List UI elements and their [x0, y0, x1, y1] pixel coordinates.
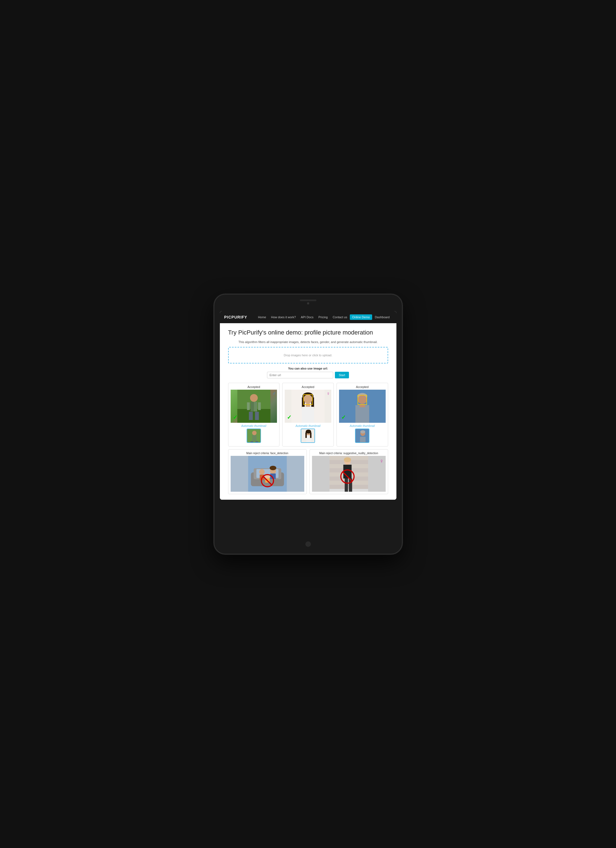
svg-point-44	[259, 469, 264, 474]
svg-rect-33	[355, 405, 369, 423]
svg-rect-12	[251, 441, 253, 443]
start-button[interactable]: Start	[335, 372, 349, 378]
screen: PICPURIFY Home How does it work? API Doc…	[220, 311, 396, 500]
result-status-2: Accepted	[285, 385, 331, 388]
svg-point-63	[344, 457, 351, 462]
reject-image-2: ♀	[312, 456, 386, 492]
page-subtitle: This algorithm filters all inappropriate…	[228, 340, 388, 344]
thumbnail-preview-1	[246, 428, 261, 443]
url-input-row: Start	[228, 372, 388, 378]
thumbnail-preview-3	[355, 428, 370, 443]
svg-point-2	[250, 394, 258, 402]
upload-zone-text: Drop images here or click to upload.	[284, 354, 332, 357]
gender-badge-3: ✓	[381, 391, 384, 395]
thumbnail-label-2: Automatic thumbnail	[285, 424, 331, 427]
reject-card-1: Main reject criteria: face_detection	[228, 449, 307, 494]
url-section: You can also use image url: Start	[228, 367, 388, 378]
result-card-1: Accepted	[228, 383, 280, 446]
svg-rect-34	[359, 405, 365, 407]
thumbnail-preview-2	[301, 428, 315, 443]
nav-contact[interactable]: Contact us	[331, 314, 350, 320]
result-status-1: Accepted	[231, 385, 277, 388]
svg-point-10	[252, 431, 257, 435]
gender-badge-1: ♂	[272, 391, 276, 397]
tablet-camera	[307, 302, 309, 304]
svg-rect-13	[255, 441, 258, 443]
svg-rect-7	[247, 402, 250, 410]
nav-online-demo[interactable]: Online Demo	[350, 314, 372, 320]
accepted-results-grid: Accepted	[228, 383, 388, 446]
brand-logo: PICPURIFY	[224, 315, 248, 319]
thumbnail-label-1: Automatic thumbnail	[231, 424, 277, 427]
result-image-3: ✓ ✓	[339, 390, 386, 423]
reject-image-1	[231, 456, 304, 492]
svg-rect-65	[344, 479, 348, 492]
result-card-3: Accepted	[337, 383, 388, 446]
tablet-home-button[interactable]	[305, 541, 311, 547]
svg-rect-4	[251, 402, 254, 411]
tablet-speaker	[300, 299, 316, 301]
svg-rect-5	[249, 412, 253, 420]
url-label: You can also use image url:	[228, 367, 388, 370]
rejected-results-grid: Main reject criteria: face_detection	[228, 449, 388, 494]
gender-badge-2: ♀	[327, 391, 330, 397]
nav-how-it-works[interactable]: How does it work?	[269, 314, 298, 320]
svg-rect-8	[258, 402, 261, 410]
nav-links: Home How does it work? API Docs Pricing …	[256, 314, 392, 320]
result-card-2: Accepted	[282, 383, 334, 446]
svg-rect-26	[306, 435, 311, 443]
page-title: Try PicPurify's online demo: profile pic…	[228, 329, 388, 337]
result-status-3: Accepted	[339, 385, 386, 388]
svg-rect-39	[360, 437, 365, 443]
svg-point-38	[360, 430, 365, 433]
upload-zone[interactable]: Drop images here or click to upload.	[228, 347, 388, 363]
nav-pricing[interactable]: Pricing	[316, 314, 330, 320]
main-content: Try PicPurify's online demo: profile pic…	[220, 323, 396, 500]
svg-point-32	[358, 395, 367, 404]
nav-home[interactable]: Home	[256, 314, 268, 320]
navbar: PICPURIFY Home How does it work? API Doc…	[220, 311, 396, 323]
svg-rect-27	[305, 432, 307, 438]
gender-badge-reject-2: ♀	[379, 458, 384, 465]
url-input[interactable]	[267, 372, 333, 378]
svg-rect-11	[252, 435, 257, 441]
reject-status-2: Main reject criteria: suggestive_nudity_…	[312, 452, 386, 455]
thumbnail-label-3: Automatic thumbnail	[339, 424, 386, 427]
nav-api-docs[interactable]: API Docs	[298, 314, 316, 320]
result-image-1: ♂ ✓	[231, 390, 277, 423]
reject-status-1: Main reject criteria: face_detection	[231, 452, 304, 455]
svg-rect-6	[255, 412, 259, 420]
nav-dashboard[interactable]: Dashboard	[373, 314, 392, 320]
result-image-2: ♀ ✓	[285, 390, 331, 423]
svg-point-47	[270, 466, 276, 470]
svg-rect-28	[310, 432, 312, 438]
accepted-badge-3: ✓	[341, 414, 346, 421]
svg-point-19	[303, 394, 312, 403]
reject-card-2: Main reject criteria: suggestive_nudity_…	[310, 449, 388, 494]
accepted-badge-1: ✓	[233, 414, 237, 421]
accepted-badge-2: ✓	[287, 414, 292, 421]
tablet-frame: PICPURIFY Home How does it work? API Doc…	[214, 295, 402, 554]
svg-rect-21	[302, 407, 314, 423]
